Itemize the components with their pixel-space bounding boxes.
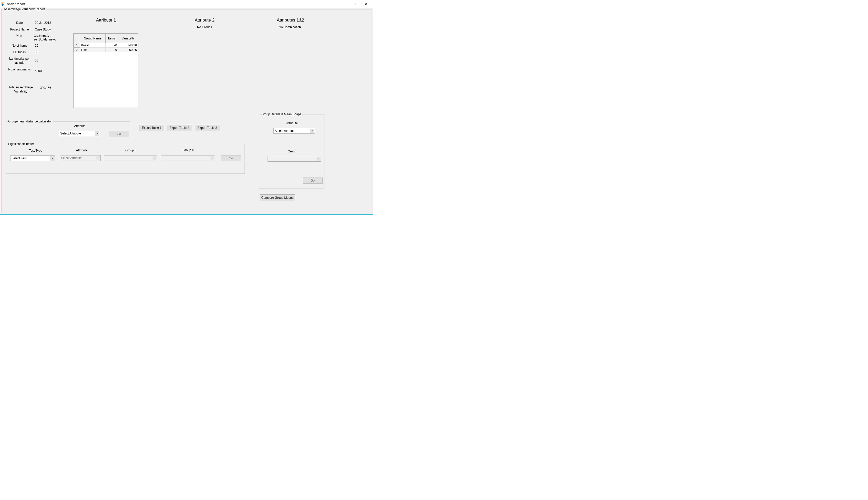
app-icon [1,2,5,6]
latitudes-label: Latitudes [7,50,32,55]
cell-items[interactable]: 9 [105,48,118,52]
chevron-down-icon: ▼ [50,156,55,161]
group1-label: Group I [119,149,142,152]
compare-group-means-button[interactable]: Compare Group Means [260,194,295,201]
row-index: 1 [74,43,80,48]
date-value: 09-Jul-2018 [35,21,51,25]
cell-items[interactable]: 20 [105,43,118,48]
attribute2-heading: Attribute 2 [176,18,234,23]
group-details-title: Group Details & Mean Shape [261,112,302,116]
group2-select[interactable]: ▼ [161,155,215,161]
table-row[interactable]: 2 Flint 9 250.25 [74,48,138,52]
titlebar: ASVarReport [0,0,373,8]
items-value: 29 [35,44,38,47]
group1-select[interactable]: ▼ [104,155,157,161]
sig-go-button[interactable]: Go [221,155,241,161]
svg-rect-1 [2,2,3,3]
lpl-value: 50 [35,57,38,62]
group-mean-distance-box: Group-mean distance calculator Attribute… [6,122,130,140]
items-label: No of items [7,44,32,48]
gd-go-button[interactable]: Go [303,178,323,184]
table-row[interactable]: 1 Basalt 20 340.36 [74,43,138,48]
path-label: Path [7,34,31,38]
col-variability[interactable]: Variability [118,34,138,43]
gd-attribute-select-text: Select Attribute [275,129,295,133]
table-corner [74,34,80,43]
col-items[interactable]: Items [105,34,118,43]
sig-tester-title: Significance Tester [8,142,35,146]
close-button[interactable] [360,0,372,8]
cell-name[interactable]: Basalt [80,43,105,48]
test-type-select-text: Select Test [12,157,26,160]
significance-tester-box: Significance Tester Test Type Attribute … [6,144,245,174]
attribute1-heading: Attribute 1 [77,18,135,23]
chevron-down-icon: ▼ [96,156,100,160]
export-table1-button[interactable]: Export Table 1 [139,125,164,131]
test-type-select[interactable]: Select Test ▼ [10,156,55,161]
total-variability-block: Total Assemblage Variability 330.156 [7,86,73,93]
gm-go-button[interactable]: Go [109,130,129,137]
chevron-down-icon: ▼ [95,131,99,136]
attribute2-subtext: No Groups [184,25,225,29]
attribute1-table[interactable]: Group Name Items Variability 1 Basalt 20… [73,33,138,108]
attributes12-heading: Attributes 1&2 [262,18,319,23]
main-frame-title: Assemblage Variability Report [3,8,46,11]
window-title: ASVarReport [7,2,337,6]
cell-variability[interactable]: 340.36 [118,43,138,48]
export-table3-button[interactable]: Export Table 3 [195,125,220,131]
sig-attribute-label: Attribute [70,149,93,152]
svg-rect-4 [353,3,356,5]
attributes12-subtext: No Combination [269,25,311,29]
gd-group-label: Group [281,150,303,153]
sig-attribute-select[interactable]: Select Attribute ▼ [60,155,101,161]
gm-attribute-select[interactable]: Select Attribute ▼ [59,130,100,136]
cell-variability[interactable]: 250.25 [118,48,138,52]
svg-rect-2 [2,4,3,5]
app-window: ASVarReport Assemblage Variability Repor… [0,0,373,215]
lpl-label: Landmarks per latitude [7,57,32,65]
test-type-label: Test Type [24,149,47,152]
total-variability-label: Total Assemblage Variability [7,86,35,93]
project-value: Case Study [35,28,51,31]
group-mean-title: Group-mean distance calculator [8,120,53,123]
row-index: 2 [74,48,80,52]
chevron-down-icon: ▼ [316,157,321,161]
total-variability-value: 330.156 [40,86,51,90]
chevron-down-icon: ▼ [210,156,214,160]
cell-name[interactable]: Flint [80,48,105,52]
export-table2-button[interactable]: Export Table 2 [167,125,192,131]
maximize-button[interactable] [348,0,360,8]
sig-attribute-select-text: Select Attribute [61,156,82,160]
chevron-down-icon: ▼ [310,128,314,133]
gm-attribute-label: Attribute [69,124,91,128]
col-group-name[interactable]: Group Name [80,34,105,43]
minimize-button[interactable] [337,0,348,8]
metadata-block: Date 09-Jul-2018 Project Name Case Study… [7,21,73,75]
latitudes-value: 50 [35,50,38,54]
project-label: Project Name [7,28,32,32]
content-area: Assemblage Variability Report Date 09-Ju… [0,8,373,214]
main-frame: Assemblage Variability Report Date 09-Ju… [1,9,372,213]
window-controls [337,0,372,8]
gd-attribute-select[interactable]: Select Attribute ▼ [273,128,315,134]
group2-label: Group II [177,148,200,152]
date-label: Date [7,21,32,25]
gd-attribute-label: Attribute [281,122,303,125]
gm-attribute-select-text: Select Attribute [60,132,81,135]
gd-group-select[interactable]: ▼ [268,156,322,162]
landmarks-label: No of landmarks [7,68,32,72]
path-value: C:\Users\G ... se_Stutdy_new\ [34,34,73,41]
group-details-box: Group Details & Mean Shape Attribute Sel… [259,114,325,189]
landmarks-value: 5000 [35,68,42,73]
chevron-down-icon: ▼ [153,156,157,160]
